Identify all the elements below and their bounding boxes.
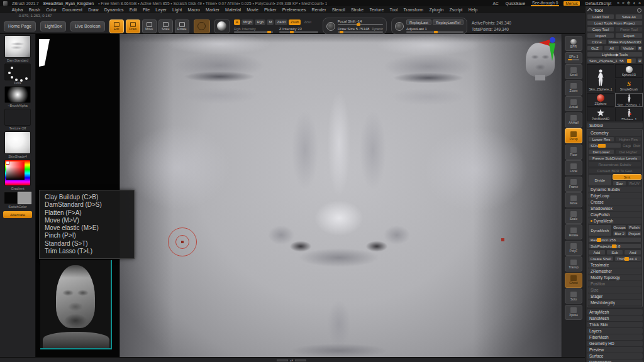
tool-thumb-zsphere[interactable]: ZSphere [587,93,614,107]
brush-popup-item[interactable]: Trim Lasso (T>L) [45,248,129,255]
right-shelf-button[interactable]: Frame [565,177,582,192]
higher-res-button[interactable]: Higher Res [615,136,641,142]
current-brush-thumbnail[interactable] [4,35,31,58]
rstr-button[interactable]: Rstr [632,143,641,148]
dynamesh-header[interactable]: DynaMesh [588,218,641,224]
z-intensity-slider[interactable]: Z Intensity 33 [279,27,318,33]
right-shelf-button[interactable]: AAHalf [565,112,582,128]
right-shelf-button[interactable]: Zoom [565,80,582,96]
menu-item[interactable]: Material [222,8,243,12]
dynamesh-add-toggle[interactable]: Add [588,250,606,255]
tool-section-header[interactable]: Preview [587,347,643,353]
mode-button[interactable]: Edit [109,19,124,33]
titlebar-icon[interactable]: ◐ [633,1,636,6]
tessimate-header[interactable]: Tessimate [588,262,641,268]
menu-item[interactable]: Document [60,8,86,12]
subprojection-slider[interactable]: SubProjection 0.8 [588,243,641,249]
menus-button[interactable]: Menus [564,1,580,6]
tool-section-header[interactable]: Surface [587,353,643,359]
tool-r-button[interactable]: R [637,58,643,63]
clone-button[interactable]: Clone [587,39,607,45]
channel-toggle[interactable]: Zcut [302,19,313,25]
menu-item[interactable]: Edit [126,8,140,12]
del-lower-button[interactable]: Del Lower [588,149,614,155]
mesh-integrity-header[interactable]: MeshIntegrity [588,300,641,305]
current-stroke-thumbnail[interactable] [4,63,31,80]
brush-popup-item[interactable]: Flatten (F>A) [45,209,129,217]
right-shelf-button[interactable]: PolyF [565,241,582,256]
menu-item[interactable]: Movie [244,8,262,12]
shadowbox-header[interactable]: ShadowBox [588,206,641,211]
channel-toggle[interactable]: M [267,19,274,25]
scrollbar-right-segment[interactable] [295,359,306,361]
divide-button[interactable]: Divide [588,174,612,186]
camera-axis-gizmo[interactable] [539,35,562,67]
ac-button[interactable]: AC [492,1,500,6]
brush-popup-item[interactable]: DamStandard (D>S) [45,201,129,209]
tool-section-header[interactable]: NanoMesh [587,315,643,321]
save-as-button[interactable]: Save As [615,14,643,19]
quicksave-button[interactable]: QuickSave [504,1,526,6]
geometry-section-header[interactable]: Geometry [588,130,641,136]
dynamic-subdiv-header[interactable]: Dynamic Subdiv [588,187,641,192]
resolution-slider[interactable]: Resolution 256 [588,237,641,243]
mode-button[interactable]: Draw [126,19,140,33]
menu-item[interactable]: Light [169,8,184,12]
scrollbar-left-segment[interactable] [277,359,288,361]
scrollbar-arrows-icon[interactable]: ▴▾ [290,359,293,361]
right-shelf-button[interactable]: Actual [565,96,582,111]
menu-item[interactable]: Brush [26,8,43,12]
brush-popup-item[interactable]: Move elastic (M>E) [45,224,129,232]
lightbox-button[interactable]: LightBox [40,21,66,31]
menu-item[interactable]: Transform [401,8,426,12]
current-material-thumbnail[interactable] [4,131,31,154]
menu-item[interactable]: Draw [86,8,102,12]
export-button[interactable]: Export [615,33,643,38]
load-tool-button[interactable]: Load Tool [587,14,614,19]
tool-thumb-polymesh3d[interactable]: PolyMesh3D [587,107,614,121]
thickness-slider[interactable]: Thickness 4 [614,256,642,261]
tool-thumb-simplebrush[interactable]: S SimpleBrush [615,79,643,92]
mode-button[interactable]: Rotate [175,19,189,33]
dynamesh-groups-toggle[interactable]: Groups [613,224,627,230]
position-header[interactable]: Position [588,281,641,287]
tool-section-header[interactable]: Layers [587,328,643,334]
menu-item[interactable]: Stencil [329,8,348,12]
tool-thumb-skin-zsphere[interactable]: Skin_ZSphere_1 [615,93,643,107]
menu-item[interactable]: Dynamics [101,8,126,12]
convert-bpr-button[interactable]: Convert BPR To Geo [588,168,641,173]
current-alpha-thumbnail[interactable] [4,86,31,103]
adjust-last-slider[interactable]: AdjustLast 1 [406,27,464,33]
replay-last-button[interactable]: ReplayLast [406,19,431,25]
channel-toggle[interactable]: Rgb [255,19,265,25]
rgb-intensity-slider[interactable]: Rgb Intensity [234,27,273,33]
dynamesh-polish-toggle[interactable]: Polish [627,224,641,230]
right-shelf-button[interactable]: Rotate [565,224,582,239]
stroke-picker[interactable] [194,19,210,33]
right-shelf-button[interactable]: Transp [565,256,582,272]
mode-button[interactable]: Scale [158,19,173,33]
canvas-scrollbar[interactable]: ▴▾ [277,359,306,361]
sdiv-slider[interactable]: SDiv 2 [588,143,621,148]
brush-popup-item[interactable]: Standard (S>T) [45,240,129,248]
channel-toggle[interactable]: Zadd [275,19,287,25]
right-shelf-button[interactable]: Solo [565,288,582,304]
right-shelf-button[interactable]: Floor [565,145,582,160]
reuv-button[interactable]: ReUV [627,180,641,186]
freeze-subdivision-button[interactable]: Freeze SubDivision Levels [588,155,641,161]
menu-item[interactable]: Color [43,8,60,12]
home-page-button[interactable]: Home Page [4,21,36,31]
size-header[interactable]: Size [588,287,641,293]
dynamic-label[interactable]: Dynamic [372,28,383,31]
right-shelf-button[interactable]: SPix 3 [565,52,582,63]
paste-tool-button[interactable]: Paste Tool [615,26,643,32]
menu-item[interactable]: Tool [387,8,401,12]
right-shelf-button[interactable]: Scroll [565,64,582,79]
default-zscript-button[interactable]: DefaultZScript [584,1,613,6]
tool-section-header[interactable]: ArrayMesh [587,309,643,315]
menu-item[interactable]: Zplugin [426,8,447,12]
titlebar-icon[interactable]: « [617,1,619,6]
menu-item[interactable]: Alpha [9,8,26,12]
modify-topology-header[interactable]: Modify Topology [588,275,641,280]
menu-item[interactable]: Texture [367,8,387,12]
